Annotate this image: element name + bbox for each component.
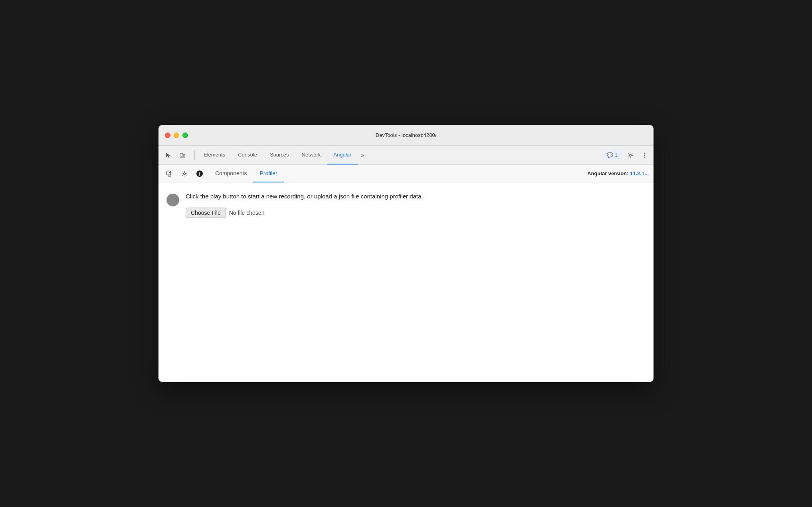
- window-title: DevTools - localhost:4200/: [165, 132, 647, 138]
- inspect-component-button[interactable]: [163, 168, 175, 180]
- gear-icon: [627, 152, 634, 158]
- profiler-content: Click the play button to start a new rec…: [186, 192, 646, 218]
- profiler-section: Click the play button to start a new rec…: [166, 192, 646, 218]
- device-toolbar-button[interactable]: [176, 149, 189, 162]
- more-tabs-button[interactable]: »: [358, 152, 367, 158]
- main-content: Click the play button to start a new rec…: [158, 182, 654, 382]
- angular-toolbar: i Components Profiler Angular version: 1…: [158, 165, 654, 182]
- angular-toolbar-icons: i: [163, 168, 206, 180]
- inspect-element-button[interactable]: [162, 149, 174, 162]
- cursor-icon: [165, 152, 171, 158]
- devtools-toolbar: Elements Console Sources Network Angular…: [158, 146, 654, 165]
- profiler-description: Click the play button to start a new rec…: [186, 192, 646, 201]
- settings-button[interactable]: [625, 150, 636, 161]
- tab-sources[interactable]: Sources: [263, 146, 295, 164]
- gear-angular-icon: [181, 170, 188, 177]
- file-input-wrapper: Choose File No file chosen: [186, 208, 646, 218]
- svg-point-5: [644, 154, 646, 156]
- svg-point-4: [644, 152, 646, 154]
- svg-rect-1: [183, 154, 185, 157]
- svg-point-3: [630, 154, 632, 156]
- info-button[interactable]: i: [194, 168, 206, 180]
- angular-tabs: Components Profiler: [206, 165, 587, 182]
- devtools-window: DevTools - localhost:4200/ Elements: [158, 125, 654, 382]
- svg-point-6: [644, 156, 646, 158]
- more-options-button[interactable]: [639, 150, 650, 161]
- no-file-label: No file chosen: [229, 210, 265, 216]
- tab-components[interactable]: Components: [209, 165, 253, 182]
- traffic-lights: [165, 133, 188, 138]
- device-icon: [179, 152, 186, 158]
- issues-icon: 💬: [607, 152, 613, 158]
- close-button[interactable]: [165, 133, 170, 138]
- kebab-menu-icon: [644, 152, 646, 158]
- angular-version-value: 11.2.1...: [630, 170, 649, 176]
- tab-angular[interactable]: Angular: [327, 146, 358, 164]
- info-icon: i: [196, 170, 203, 177]
- tab-network[interactable]: Network: [295, 146, 327, 164]
- settings-angular-button[interactable]: [178, 168, 190, 180]
- issues-badge[interactable]: 💬 1: [603, 151, 622, 160]
- title-bar: DevTools - localhost:4200/: [158, 125, 654, 146]
- maximize-button[interactable]: [182, 133, 188, 138]
- choose-file-button[interactable]: Choose File: [186, 208, 226, 218]
- tab-profiler[interactable]: Profiler: [253, 165, 283, 182]
- angular-version: Angular version: 11.2.1...: [587, 170, 649, 176]
- tab-console[interactable]: Console: [232, 146, 263, 164]
- tab-elements[interactable]: Elements: [197, 146, 232, 164]
- svg-text:i: i: [199, 171, 200, 176]
- svg-rect-7: [167, 171, 171, 175]
- toolbar-divider: [194, 151, 195, 160]
- record-button[interactable]: [166, 194, 179, 206]
- toolbar-right: 💬 1: [603, 150, 650, 161]
- minimize-button[interactable]: [174, 133, 179, 138]
- toolbar-left-icons: [162, 149, 192, 162]
- component-inspect-icon: [166, 170, 172, 177]
- devtools-tabs: Elements Console Sources Network Angular…: [197, 146, 603, 164]
- svg-point-8: [184, 172, 186, 174]
